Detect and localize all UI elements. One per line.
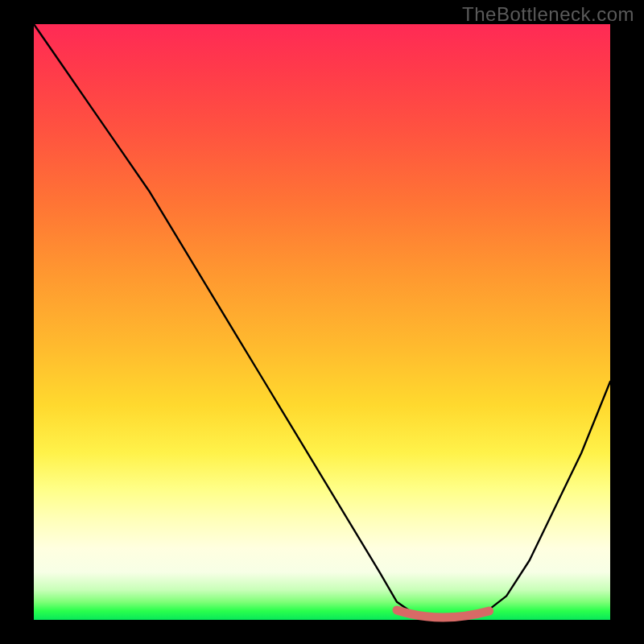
plot-area [34, 24, 610, 620]
curve-svg [34, 24, 610, 620]
chart-frame: TheBottleneck.com [0, 0, 644, 644]
watermark-text: TheBottleneck.com [462, 3, 634, 26]
bottleneck-curve [34, 24, 610, 620]
optimal-range-marker [397, 610, 489, 617]
